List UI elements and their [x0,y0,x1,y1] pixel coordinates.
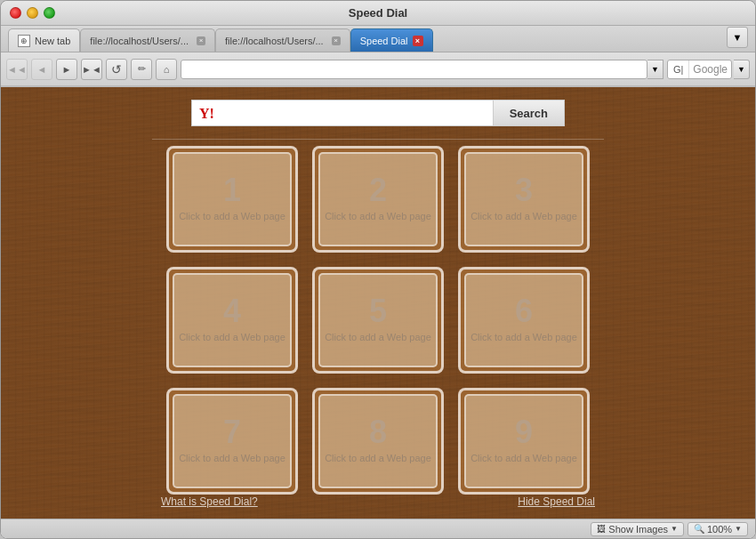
tab-new-label: New tab [35,36,70,46]
tab-close-2[interactable]: × [332,36,341,45]
dial-cell-2[interactable]: 2 Click to add a Web page [312,146,444,253]
dial-inner-8: 8 Click to add a Web page [318,394,438,488]
zoom-icon: 🔍 [694,524,704,534]
toolbar: ◄◄ ◄ ► ►◄ ↺ ✏ ⌂ ▼ G| Google ▼ [1,52,755,86]
show-images-dropdown[interactable]: ▼ [671,525,678,533]
dial-number-2: 2 [369,174,387,206]
yahoo-logo: Y! [192,104,221,123]
dial-inner-7: 7 Click to add a Web page [173,394,292,488]
dial-label-8: Click to add a Web page [325,452,431,465]
forward-button[interactable]: ► [56,59,77,80]
browser-window: Speed Dial ⊕ New tab file://localhost/Us… [0,0,756,539]
dial-cell-7[interactable]: 7 Click to add a Web page [166,388,298,495]
tab-file-2[interactable]: file://localhost/Users/... × [215,28,350,52]
close-button[interactable] [10,7,21,19]
main-content: Y! Search 1 Click to add a Web page 2 Cl… [1,87,755,519]
dial-label-2: Click to add a Web page [325,210,431,223]
yahoo-search-input[interactable] [221,101,493,125]
dial-label-1: Click to add a Web page [179,210,286,223]
dial-cell-4[interactable]: 4 Click to add a Web page [166,267,298,374]
back-button[interactable]: ◄ [31,59,52,80]
dial-number-1: 1 [223,174,241,206]
tab-new-tab[interactable]: ⊕ New tab [8,28,80,52]
dial-number-8: 8 [369,416,387,448]
dial-inner-1: 1 Click to add a Web page [173,152,292,246]
yahoo-search-button[interactable]: Search [493,101,564,125]
zoom-value: 100% [707,524,732,535]
google-label: G| [668,60,689,78]
reload-button[interactable]: ↺ [106,59,127,80]
dial-label-7: Click to add a Web page [179,452,286,465]
address-dropdown[interactable]: ▼ [647,60,664,79]
dial-inner-5: 5 Click to add a Web page [318,273,438,367]
tab-file-1-label: file://localhost/Users/... [90,36,189,46]
dial-number-3: 3 [515,174,533,206]
back-back-button[interactable]: ◄◄ [6,59,28,80]
dial-number-4: 4 [223,295,241,327]
dial-label-5: Click to add a Web page [325,331,431,344]
dial-label-3: Click to add a Web page [470,210,577,223]
minimize-button[interactable] [27,7,38,19]
dial-inner-3: 3 Click to add a Web page [464,152,583,246]
show-images-button[interactable]: 🖼 Show Images ▼ [591,522,684,536]
show-images-label: Show Images [608,524,668,535]
dial-cell-1[interactable]: 1 Click to add a Web page [166,146,298,253]
dial-number-7: 7 [223,416,241,448]
dial-inner-2: 2 Click to add a Web page [318,152,438,246]
yahoo-search-container: Y! Search [191,100,565,126]
tab-file-2-label: file://localhost/Users/... [225,36,324,46]
edit-button[interactable]: ✏ [131,59,152,80]
tab-close-active[interactable]: × [413,36,423,46]
dial-number-6: 6 [515,295,533,327]
what-is-speed-dial-link[interactable]: What is Speed Dial? [161,495,258,508]
dial-cell-5[interactable]: 5 Click to add a Web page [312,267,444,374]
forward-forward-button[interactable]: ►◄ [81,59,102,80]
dial-inner-9: 9 Click to add a Web page [464,394,583,488]
hide-speed-dial-link[interactable]: Hide Speed Dial [518,495,595,508]
tab-speed-dial-label: Speed Dial [360,36,408,46]
dial-label-9: Click to add a Web page [470,452,577,465]
dial-cell-9[interactable]: 9 Click to add a Web page [458,388,590,495]
zoom-control[interactable]: 🔍 100% ▼ [688,522,748,536]
dial-number-5: 5 [369,295,387,327]
window-buttons [10,7,55,19]
dial-inner-4: 4 Click to add a Web page [173,273,292,367]
dial-inner-6: 6 Click to add a Web page [464,273,583,367]
dial-label-6: Click to add a Web page [470,331,577,344]
speed-dial-grid: 1 Click to add a Web page 2 Click to add… [166,146,590,495]
window-title: Speed Dial [349,6,407,20]
new-tab-icon: ⊕ [18,35,30,47]
dial-cell-8[interactable]: 8 Click to add a Web page [312,388,444,495]
google-text[interactable]: Google [689,63,731,76]
show-images-icon: 🖼 [597,524,606,534]
content-separator [152,139,604,140]
tab-speed-dial[interactable]: Speed Dial × [350,28,433,52]
dial-cell-3[interactable]: 3 Click to add a Web page [458,146,590,253]
google-search-box: G| Google [667,60,732,79]
maximize-button[interactable] [44,7,55,19]
tab-bar: ⊕ New tab file://localhost/Users/... × f… [1,26,755,52]
zoom-dropdown[interactable]: ▼ [735,525,742,533]
tab-file-1[interactable]: file://localhost/Users/... × [80,28,215,52]
google-dropdown[interactable]: ▼ [734,60,750,79]
dial-label-4: Click to add a Web page [179,331,286,344]
tab-close-1[interactable]: × [197,36,205,45]
tab-menu-button[interactable]: ▼ [727,27,748,48]
titlebar: Speed Dial [1,1,755,26]
yahoo-y-icon: Y! [199,106,214,121]
dial-number-9: 9 [515,416,533,448]
bottom-links: What is Speed Dial? Hide Speed Dial [1,495,755,508]
statusbar: 🖼 Show Images ▼ 🔍 100% ▼ [1,519,755,538]
address-bar[interactable] [181,60,647,79]
address-section: ▼ [181,60,664,79]
dial-cell-6[interactable]: 6 Click to add a Web page [458,267,590,374]
search-section: G| Google ▼ [667,60,750,79]
home-button[interactable]: ⌂ [156,59,177,80]
